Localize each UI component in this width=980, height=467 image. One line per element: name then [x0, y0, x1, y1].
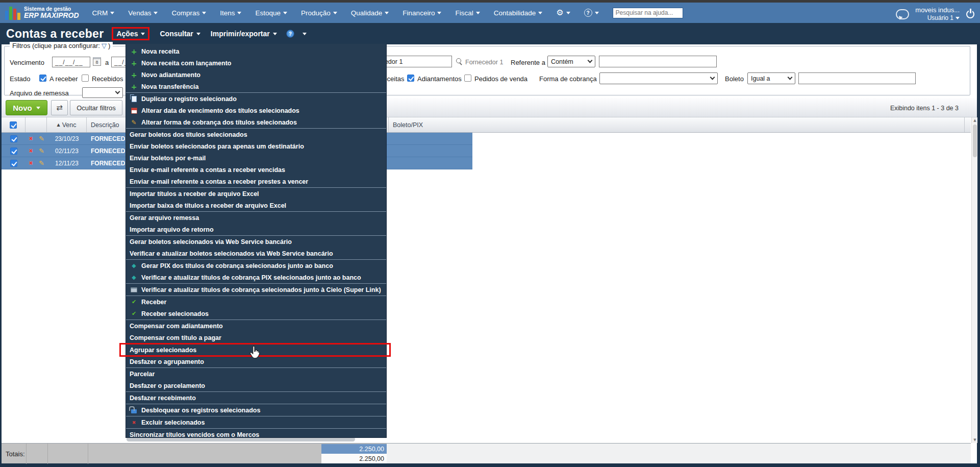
menu-item-receber-selecionados[interactable]: ✔Receber selecionados: [126, 308, 386, 319]
menu-item-email-prestes-vencer[interactable]: Enviar e-mail referente a contas a receb…: [126, 176, 386, 187]
referente-operator-select[interactable]: Contém: [547, 56, 595, 67]
scroll-up-arrow[interactable]: ▲: [972, 117, 978, 124]
menu-item-parcelar[interactable]: Parcelar: [126, 368, 386, 380]
app-logo[interactable]: Sistema de gestão ERP MAXIPROD: [5, 6, 79, 20]
menu-item-desfazer-recebimento[interactable]: Desfazer recebimento: [126, 392, 386, 404]
vertical-scrollbar-thumb[interactable]: [973, 125, 977, 157]
refresh-button[interactable]: ⇄: [51, 100, 68, 115]
arquivo-remessa-select[interactable]: [82, 87, 123, 98]
edit-row-icon[interactable]: ✎: [39, 159, 44, 167]
acoes-menu-button[interactable]: Ações: [112, 27, 149, 40]
recebidos-checkbox[interactable]: [82, 75, 89, 82]
menu-item-receber[interactable]: ✔Receber: [126, 296, 386, 308]
filter-funnel-icon: ▽: [102, 42, 107, 50]
descricao-cell: FORNECED: [87, 148, 125, 155]
help-icon: ?: [584, 9, 592, 17]
menu-item-importar-titulos-excel[interactable]: Importar títulos a receber de arquivo Ex…: [126, 188, 386, 200]
menu-item-gerar-pix[interactable]: ◆Gerar PIX dos títulos de cobrança selec…: [126, 260, 386, 272]
menu-item-enviar-boletos-destinatario[interactable]: Enviar boletos selecionados para apenas …: [126, 140, 386, 152]
row-checkbox[interactable]: [10, 135, 17, 142]
nav-item-estoque[interactable]: Estoque: [255, 9, 287, 17]
menu-item-nova-receita-lancamento[interactable]: +Nova receita com lançamento: [126, 57, 386, 69]
menu-item-enviar-boletos-email[interactable]: Enviar boletos por e-mail: [126, 152, 386, 164]
menu-item-duplicar[interactable]: Duplicar o registro selecionado: [126, 93, 386, 105]
edit-row-icon[interactable]: ✎: [39, 135, 44, 142]
chevron-down-icon: [237, 12, 241, 16]
user-name: Usuário 1: [927, 14, 953, 22]
vertical-scrollbar[interactable]: ▲ ▼: [971, 117, 977, 443]
menu-item-novo-adiantamento[interactable]: +Novo adiantamento: [126, 69, 386, 81]
nav-item-fiscal[interactable]: Fiscal: [455, 9, 480, 17]
refresh-icon: ⇄: [56, 103, 63, 112]
referente-value-input[interactable]: [599, 56, 717, 67]
delete-row-icon[interactable]: ✖: [29, 160, 33, 166]
help-search-input[interactable]: [613, 8, 683, 18]
boleto-operator-select[interactable]: Igual a: [747, 72, 795, 84]
menu-item-desbloquear[interactable]: Desbloquear os registros selecionados: [126, 404, 386, 416]
menu-item-importar-retorno[interactable]: Importar arquivo de retorno: [126, 224, 386, 235]
menu-item-excluir-selecionados[interactable]: ✖Excluir selecionados: [126, 416, 386, 428]
select-all-checkbox[interactable]: [10, 121, 17, 129]
ocultar-filtros-button[interactable]: Ocultar filtros: [70, 100, 122, 115]
menu-item-email-vencidas[interactable]: Enviar e-mail referente a contas a receb…: [126, 164, 386, 176]
page-title: Contas a receber: [6, 27, 104, 41]
menu-item-boletos-webservice[interactable]: Gerar boletos selecionados via Web Servi…: [126, 236, 386, 248]
pencil-icon: ✎: [130, 119, 138, 126]
account-info[interactable]: moveis indus... Usuário 1: [915, 6, 960, 22]
novo-button[interactable]: Novo: [6, 100, 47, 115]
scroll-down-arrow[interactable]: ▼: [972, 437, 978, 443]
calendar-icon: [131, 108, 137, 114]
logout-power-icon[interactable]: [966, 10, 975, 19]
menu-item-gerar-boletos[interactable]: Gerar boletos dos títulos selecionados: [126, 129, 386, 140]
consultar-menu-button[interactable]: Consultar: [160, 30, 200, 38]
main-menu: CRM Vendas Compras Itens Estoque Produçã…: [92, 8, 683, 18]
imprimir-exportar-menu-button[interactable]: Imprimir/exportar: [211, 30, 277, 38]
totals-selected-value: 2.250,00: [321, 444, 387, 454]
menu-item-verificar-boletos-webservice[interactable]: Verificar e atualizar boletos selecionad…: [126, 248, 386, 259]
row-checkbox[interactable]: [10, 148, 17, 155]
menu-item-gerar-remessa[interactable]: Gerar arquivo remessa: [126, 212, 386, 224]
menu-item-alterar-data[interactable]: Alterar data de vencimento dos títulos s…: [126, 105, 386, 116]
nav-item-crm[interactable]: CRM: [92, 9, 115, 17]
venc-column-header[interactable]: ▲ Venc: [47, 117, 87, 132]
recebidos-label: Recebidos: [92, 75, 123, 83]
chat-bubble-icon[interactable]: [896, 9, 909, 19]
nav-item-itens[interactable]: Itens: [220, 9, 241, 17]
vencimento-from-input[interactable]: __/__/__: [52, 57, 90, 67]
menu-item-compensar-titulo-pagar[interactable]: Compensar com título a pagar: [126, 332, 386, 343]
chevron-down-icon: [566, 12, 570, 16]
nav-item-vendas[interactable]: Vendas: [128, 9, 158, 17]
menu-item-nova-receita[interactable]: +Nova receita: [126, 45, 386, 57]
adiantamentos-checkbox[interactable]: [407, 75, 414, 82]
filters-legend[interactable]: Filtros (clique para configurar: ▽ ): [10, 42, 113, 50]
menu-item-verificar-cielo[interactable]: Verificar e atualizar títulos de cobranç…: [126, 284, 386, 296]
menu-item-verificar-pix[interactable]: ◆Verificar e atualizar títulos de cobran…: [126, 272, 386, 283]
menu-item-sincronizar-mercos[interactable]: Sincronizar títulos vencidos com o Merco…: [126, 429, 386, 440]
a-receber-checkbox[interactable]: [39, 75, 46, 82]
boleto-value-input[interactable]: [798, 72, 916, 84]
search-icon[interactable]: [456, 58, 463, 65]
help-menu[interactable]: ?: [584, 9, 599, 17]
chevron-down-icon: [333, 12, 337, 16]
menu-item-alterar-forma[interactable]: ✎Alterar forma de cobrança dos títulos s…: [126, 116, 386, 128]
row-checkbox[interactable]: [10, 160, 17, 167]
edit-row-icon[interactable]: ✎: [39, 147, 44, 155]
menu-item-desfazer-parcelamento[interactable]: Desfazer o parcelamento: [126, 380, 386, 391]
settings-menu[interactable]: ⚙: [556, 9, 570, 17]
delete-row-icon[interactable]: ✖: [29, 136, 33, 141]
menu-item-importar-baixa-excel[interactable]: Importar baixa de títulos a receber de a…: [126, 200, 386, 211]
nav-item-producao[interactable]: Produção: [301, 9, 337, 17]
nav-item-contabilidade[interactable]: Contabilidade: [494, 9, 543, 17]
menu-item-compensar-adiantamento[interactable]: Compensar com adiantamento: [126, 320, 386, 332]
forma-cobranca-select[interactable]: [599, 72, 718, 84]
boleto-pix-column-header[interactable]: Boleto/PIX: [389, 117, 965, 132]
calendar-icon[interactable]: 8: [93, 57, 101, 66]
chevron-down-icon[interactable]: [303, 33, 307, 37]
page-help-icon[interactable]: ?: [286, 30, 294, 38]
menu-item-nova-transferencia[interactable]: +Nova transferência: [126, 81, 386, 92]
delete-row-icon[interactable]: ✖: [29, 148, 33, 154]
pedidos-venda-checkbox[interactable]: [464, 75, 471, 82]
nav-item-compras[interactable]: Compras: [171, 9, 206, 17]
nav-item-qualidade[interactable]: Qualidade: [351, 9, 389, 17]
nav-item-financeiro[interactable]: Financeiro: [403, 9, 441, 17]
